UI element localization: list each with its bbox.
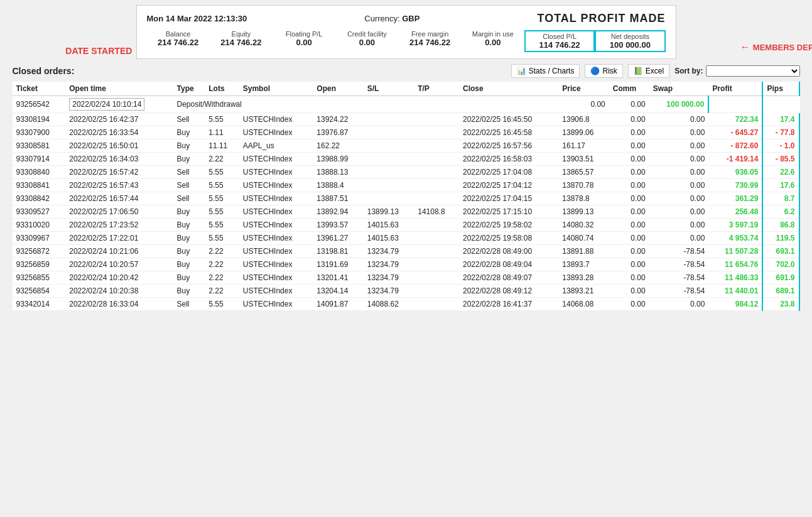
cell-tp <box>414 179 459 192</box>
cell-price: 13899.06 <box>558 126 609 139</box>
cell-swap: 0.00 <box>649 232 709 245</box>
cell-pips: 6.2 <box>762 205 799 219</box>
col-tp: T/P <box>414 82 459 96</box>
cell-ticket: 93256855 <box>13 271 66 285</box>
cell-open-time: 2022/02/25 17:22:01 <box>65 232 173 245</box>
cell-profit: 100 000.00 <box>649 96 709 113</box>
cell-swap: 0.00 <box>649 219 709 232</box>
cell-ticket: 93256542 <box>13 96 66 113</box>
cell-profit: 11 486.33 <box>708 271 762 285</box>
cell-ticket: 93308841 <box>13 179 66 192</box>
cell-ticket: 93256872 <box>13 245 66 258</box>
cell-comm: 0.00 <box>609 219 649 232</box>
cell-profit: - 645.27 <box>708 126 762 139</box>
cell-swap: -78.54 <box>649 258 709 271</box>
cell-open: 14091.87 <box>313 298 363 311</box>
cell-close: 2022/02/28 16:41:37 <box>459 298 558 311</box>
cell-comm: 0.00 <box>609 126 649 139</box>
cell-ticket: 93308842 <box>13 192 66 205</box>
cell-symbol: USTECHIndex <box>239 166 313 179</box>
floating-pl-metric: Floating P/L 0.00 <box>273 30 335 47</box>
cell-close: 2022/02/25 17:04:12 <box>459 179 558 192</box>
cell-pips: - 77.8 <box>762 126 799 139</box>
cell-comm: 0.00 <box>609 166 649 179</box>
datetime: Mon 14 Mar 2022 12:13:30 <box>147 14 247 23</box>
cell-open-time: 2022/02/25 16:42:37 <box>65 113 173 126</box>
cell-ticket: 93256854 <box>13 285 66 298</box>
cell-pips <box>708 96 762 113</box>
cell-type: Buy <box>173 126 205 139</box>
cell-price: 14080.32 <box>558 219 609 232</box>
cell-type: Sell <box>173 166 205 179</box>
cell-sl: 13234.79 <box>364 285 414 298</box>
col-price: Price <box>558 82 609 96</box>
cell-open-time: 2022/02/24 10:20:57 <box>65 258 173 271</box>
cell-profit: 11 440.01 <box>708 285 762 298</box>
cell-swap: 0.00 <box>649 166 709 179</box>
cell-open-time: 2022/02/25 16:57:42 <box>65 166 173 179</box>
cell-open: 13892.94 <box>313 205 363 219</box>
cell-close: 2022/02/25 16:45:58 <box>459 126 558 139</box>
cell-symbol: USTECHIndex <box>239 232 313 245</box>
cell-lots: 2.22 <box>205 245 239 258</box>
cell-tp <box>414 192 459 205</box>
table-row: 93342014 2022/02/28 16:33:04 Sell 5.55 U… <box>13 298 799 311</box>
cell-swap: -78.54 <box>649 271 709 285</box>
cell-price: 13891.88 <box>558 245 609 258</box>
cell-comm: 0.00 <box>609 205 649 219</box>
cell-close: 2022/02/25 16:57:56 <box>459 139 558 153</box>
col-sl: S/L <box>364 82 414 96</box>
cell-comm: 0.00 <box>609 153 649 166</box>
col-swap: Swap <box>649 82 709 96</box>
cell-ticket: 93307900 <box>13 126 66 139</box>
cell-sl <box>364 113 414 126</box>
cell-tp <box>414 258 459 271</box>
cell-pips: - 85.5 <box>762 153 799 166</box>
cell-type: Sell <box>173 192 205 205</box>
cell-lots: 5.55 <box>205 179 239 192</box>
cell-price: 13893.28 <box>558 271 609 285</box>
cell-tp <box>414 245 459 258</box>
table-row: 93309967 2022/02/25 17:22:01 Buy 5.55 US… <box>13 232 799 245</box>
cell-profit: - 872.60 <box>708 139 762 153</box>
cell-swap: 0.00 <box>649 153 709 166</box>
sort-by-select[interactable] <box>706 65 800 77</box>
cell-close: 2022/02/25 17:04:08 <box>459 166 558 179</box>
closed-pl-metric: Closed P/L 114 746.22 <box>524 30 595 52</box>
stats-charts-button[interactable]: 📊 Stats / Charts <box>511 64 580 78</box>
sort-by-label: Sort by: <box>674 67 703 75</box>
cell-symbol: USTECHIndex <box>239 285 313 298</box>
cell-pips: 693.1 <box>762 245 799 258</box>
col-open-time: Open time <box>65 82 173 96</box>
cell-close: 2022/02/25 16:58:03 <box>459 153 558 166</box>
members-deposit-annotation: MEMBERS DEPOSITS MADE <box>753 43 812 52</box>
cell-ticket: 93309967 <box>13 232 66 245</box>
cell-open-time: 2022/02/24 10:20:42 <box>65 271 173 285</box>
cell-open: 13976.87 <box>313 126 363 139</box>
cell-price: 13878.8 <box>558 192 609 205</box>
cell-swap: 0.00 <box>649 179 709 192</box>
risk-button[interactable]: 🔵 Risk <box>585 64 622 78</box>
cell-symbol: USTECHIndex <box>239 258 313 271</box>
cell-comm: 0.00 <box>609 271 649 285</box>
cell-open-time: 2022/02/24 10:21:06 <box>65 245 173 258</box>
excel-button[interactable]: 📗 Excel <box>628 64 669 78</box>
total-profit-label: TOTAL PROFIT MADE <box>537 12 665 25</box>
cell-profit: 11 507.28 <box>708 245 762 258</box>
cell-type: Buy <box>173 271 205 285</box>
cell-sl <box>364 153 414 166</box>
cell-price: 13903.51 <box>558 153 609 166</box>
cell-profit: 3 597.19 <box>708 219 762 232</box>
equity-metric: Equity 214 746.22 <box>210 30 273 47</box>
cell-open: 13961.27 <box>313 232 363 245</box>
cell-lots: 2.22 <box>205 258 239 271</box>
table-row: 93308841 2022/02/25 16:57:43 Sell 5.55 U… <box>13 179 799 192</box>
cell-close: 2022/02/25 17:15:10 <box>459 205 558 219</box>
cell-close: 2022/02/25 16:45:50 <box>459 113 558 126</box>
cell-sl: 14088.62 <box>364 298 414 311</box>
cell-symbol: USTECHIndex <box>239 179 313 192</box>
cell-tp <box>414 113 459 126</box>
cell-pips: 17.4 <box>762 113 799 126</box>
cell-open: 13198.81 <box>313 245 363 258</box>
cell-tp: 14108.8 <box>414 205 459 219</box>
